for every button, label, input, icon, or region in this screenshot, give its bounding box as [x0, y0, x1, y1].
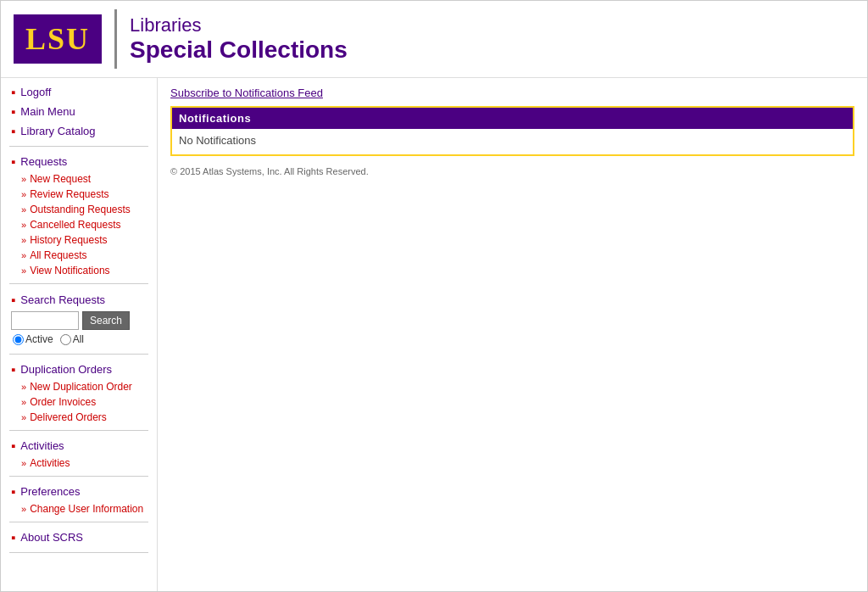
notifications-box: Notifications No Notifications — [170, 106, 854, 156]
radio-all[interactable] — [60, 334, 71, 345]
outstanding-requests-label: Outstanding Requests — [30, 204, 131, 215]
arrow-icon: » — [21, 504, 26, 514]
cancelled-requests-label: Cancelled Requests — [30, 219, 120, 231]
bullet-icon: ▪ — [11, 124, 15, 138]
header-title: Libraries Special Collections — [130, 14, 348, 64]
sidebar-sub-order-invoices[interactable]: » Order Invoices — [1, 394, 157, 410]
activities-label: Activities — [20, 439, 64, 452]
sidebar-sub-outstanding-requests[interactable]: » Outstanding Requests — [1, 202, 157, 217]
history-requests-label: History Requests — [30, 234, 107, 246]
app-window: LSU Libraries Special Collections ▪ Logo… — [0, 0, 868, 592]
main-layout: ▪ Logoff ▪ Main Menu ▪ Library Catalog ▪… — [1, 78, 867, 591]
search-button[interactable]: Search — [82, 311, 130, 330]
bullet-icon: ▪ — [11, 85, 15, 99]
sidebar-sub-review-requests[interactable]: » Review Requests — [1, 187, 157, 202]
footer-text: © 2015 Atlas Systems, Inc. All Rights Re… — [170, 166, 854, 176]
divider — [9, 146, 148, 147]
arrow-icon: » — [21, 204, 26, 215]
duplication-orders-label: Duplication Orders — [20, 363, 112, 376]
lsu-logo: LSU — [14, 14, 102, 64]
bullet-icon: ▪ — [11, 154, 15, 169]
header-title-top: Libraries — [130, 14, 348, 36]
notifications-body: No Notifications — [172, 129, 853, 154]
search-input[interactable] — [11, 311, 79, 330]
arrow-icon: » — [21, 250, 26, 260]
all-requests-label: All Requests — [30, 249, 86, 261]
about-label: About SCRS — [20, 531, 83, 544]
sidebar-sub-cancelled-requests[interactable]: » Cancelled Requests — [1, 217, 157, 232]
divider — [9, 430, 148, 431]
order-invoices-label: Order Invoices — [30, 396, 96, 408]
new-request-label: New Request — [30, 173, 91, 185]
subscribe-link[interactable]: Subscribe to Notifications Feed — [170, 87, 854, 99]
sidebar-sub-change-user-info[interactable]: » Change User Information — [1, 501, 157, 517]
divider — [9, 354, 148, 355]
main-menu-label: Main Menu — [20, 105, 75, 118]
content-area: Subscribe to Notifications Feed Notifica… — [158, 78, 867, 591]
bullet-icon: ▪ — [11, 530, 15, 545]
activities-sub-label: Activities — [30, 457, 70, 469]
search-row: Search — [11, 311, 147, 330]
bullet-icon: ▪ — [11, 362, 15, 377]
sidebar-sub-all-requests[interactable]: » All Requests — [1, 248, 157, 263]
divider — [9, 283, 148, 284]
sidebar-item-duplication-orders[interactable]: ▪ Duplication Orders — [1, 360, 157, 379]
divider — [9, 476, 148, 477]
arrow-icon: » — [21, 397, 26, 407]
header-divider — [114, 9, 117, 69]
sidebar-item-library-catalog[interactable]: ▪ Library Catalog — [1, 121, 157, 141]
sidebar-item-main-menu[interactable]: ▪ Main Menu — [1, 102, 157, 121]
bullet-icon: ▪ — [11, 293, 15, 307]
sidebar-sub-new-request[interactable]: » New Request — [1, 171, 157, 187]
sidebar-sub-view-notifications[interactable]: » View Notifications — [1, 263, 157, 278]
sidebar-sub-activities[interactable]: » Activities — [1, 455, 157, 471]
bullet-icon: ▪ — [11, 104, 15, 119]
arrow-icon: » — [21, 235, 26, 245]
radio-all-label[interactable]: All — [60, 333, 84, 345]
header-title-bottom: Special Collections — [130, 36, 348, 64]
arrow-icon: » — [21, 458, 26, 468]
bullet-icon: ▪ — [11, 438, 15, 453]
sidebar-item-logoff[interactable]: ▪ Logoff — [1, 82, 157, 102]
arrow-icon: » — [21, 265, 26, 276]
arrow-icon: » — [21, 220, 26, 230]
change-user-info-label: Change User Information — [30, 503, 143, 515]
preferences-label: Preferences — [20, 485, 80, 498]
header: LSU Libraries Special Collections — [1, 1, 867, 78]
notifications-header: Notifications — [172, 108, 853, 129]
logo-block: LSU Libraries Special Collections — [14, 9, 348, 69]
arrow-icon: » — [21, 382, 26, 392]
sidebar-sub-history-requests[interactable]: » History Requests — [1, 232, 157, 248]
arrow-icon: » — [21, 189, 26, 199]
sidebar-item-requests[interactable]: ▪ Requests — [1, 152, 157, 171]
sidebar-item-about-scrs[interactable]: ▪ About SCRS — [1, 528, 157, 547]
bullet-icon: ▪ — [11, 484, 15, 499]
review-requests-label: Review Requests — [30, 188, 108, 200]
logoff-label: Logoff — [20, 86, 51, 98]
search-radio-row: Active All — [11, 333, 147, 345]
sidebar-item-activities[interactable]: ▪ Activities — [1, 436, 157, 455]
radio-active-label[interactable]: Active — [13, 333, 53, 345]
search-requests-label: ▪ Search Requests — [11, 293, 147, 307]
divider — [9, 552, 148, 553]
new-duplication-order-label: New Duplication Order — [30, 381, 132, 393]
radio-active[interactable] — [13, 334, 24, 345]
delivered-orders-label: Delivered Orders — [30, 411, 107, 423]
sidebar-sub-delivered-orders[interactable]: » Delivered Orders — [1, 410, 157, 425]
sidebar-item-preferences[interactable]: ▪ Preferences — [1, 482, 157, 501]
library-catalog-label: Library Catalog — [20, 125, 95, 137]
sidebar-sub-new-duplication-order[interactable]: » New Duplication Order — [1, 379, 157, 394]
sidebar: ▪ Logoff ▪ Main Menu ▪ Library Catalog ▪… — [1, 78, 158, 591]
arrow-icon: » — [21, 412, 26, 422]
requests-label: Requests — [20, 155, 67, 168]
arrow-icon: » — [21, 174, 26, 184]
search-section: ▪ Search Requests Search Active All — [1, 289, 157, 349]
divider — [9, 522, 148, 522]
view-notifications-label: View Notifications — [30, 265, 110, 276]
